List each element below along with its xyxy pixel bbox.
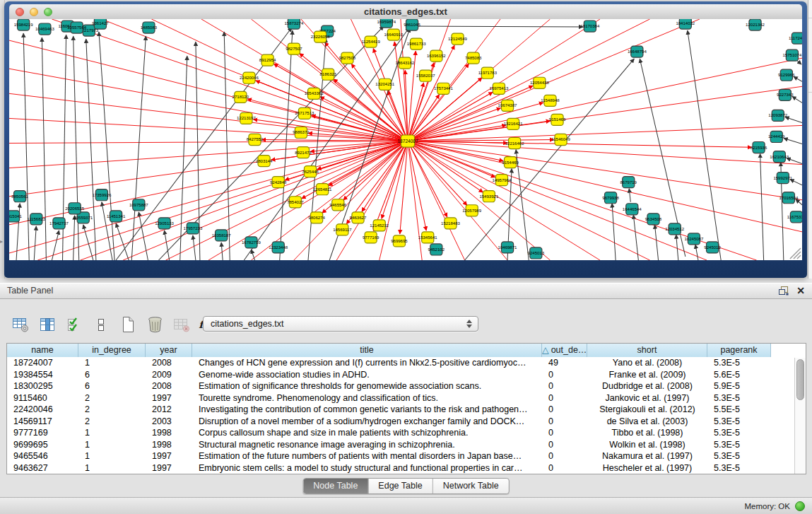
table-cell[interactable]: 6 <box>78 380 146 392</box>
graph-node[interactable]: 22420046 <box>240 72 259 83</box>
graph-node[interactable]: 8912954 <box>259 54 276 66</box>
table-cell[interactable]: 1 <box>78 439 146 451</box>
graph-node[interactable]: 12021342 <box>746 19 765 30</box>
table-row[interactable]: 969969511998Structural magnetic resonanc… <box>7 439 806 451</box>
table-cell[interactable]: 5.9E-5 <box>707 380 771 392</box>
graph-node[interactable]: 7854027 <box>287 197 304 208</box>
table-cell[interactable]: Changes of HCN gene expression and I(f) … <box>192 357 542 369</box>
table-cell[interactable]: 5.3E-5 <box>707 439 771 451</box>
graph-node[interactable]: 10674387 <box>498 100 517 111</box>
graph-node[interactable]: 15984219 <box>14 19 33 30</box>
table-cell[interactable]: 0 <box>542 462 587 474</box>
table-cell[interactable]: 0 <box>542 380 587 392</box>
column-header-year[interactable]: year <box>146 344 192 357</box>
table-cell[interactable]: Investigating the contribution of common… <box>192 404 542 416</box>
table-cell[interactable]: 6 <box>78 369 146 381</box>
table-cell[interactable]: 0 <box>542 439 587 451</box>
table-cell[interactable]: 5.6E-5 <box>707 369 771 381</box>
graph-node[interactable]: 9129966 <box>778 69 795 81</box>
graph-node[interactable]: 15873274 <box>284 19 303 29</box>
table-cell[interactable]: 19384554 <box>7 369 78 381</box>
graph-node[interactable]: 15751074 <box>782 49 801 61</box>
table-cell[interactable]: 9699695 <box>7 439 78 451</box>
table-cell[interactable]: 0 <box>542 427 587 439</box>
graph-node[interactable]: 8215936 <box>751 142 767 153</box>
table-cell[interactable]: 2008 <box>146 357 192 369</box>
delete-table-icon[interactable] <box>146 316 164 333</box>
table-row[interactable]: 977716911998Corpus callosum shape and si… <box>7 427 806 439</box>
table-cell[interactable]: 1998 <box>146 427 192 439</box>
table-cell[interactable]: Dudbridge et al. (2008) <box>587 380 707 392</box>
graph-node[interactable]: 9886372 <box>293 127 310 138</box>
table-cell[interactable]: Tibbo et al. (1998) <box>587 427 707 439</box>
graph-node[interactable]: 12034512 <box>665 223 684 235</box>
table-cell[interactable]: 2 <box>78 404 146 416</box>
graph-node[interactable]: 9806274 <box>308 212 325 223</box>
table-row[interactable]: 1938455462009Genome-wide association stu… <box>7 369 806 381</box>
table-row[interactable]: 2242004622012Investigating the contribut… <box>7 404 806 416</box>
graph-node[interactable]: 11172454 <box>789 33 802 44</box>
graph-node[interactable]: 26717513 <box>295 107 314 119</box>
table-cell[interactable]: Estimation of the future numbers of pati… <box>192 450 542 462</box>
graph-node[interactable]: 8186323 <box>319 69 336 80</box>
table-cell[interactable]: 0 <box>542 416 587 428</box>
graph-node[interactable]: 8850561 <box>11 191 28 202</box>
graph-node[interactable]: 14569117 <box>333 224 352 235</box>
table-cell[interactable]: 5.3E-5 <box>707 427 771 439</box>
graph-node[interactable]: 11675314 <box>787 211 802 223</box>
table-cell[interactable]: Yano et al. (2008) <box>587 357 707 369</box>
graph-node[interactable]: 9777169 <box>363 232 379 243</box>
table-cell[interactable]: Jankovic et al. (1997) <box>587 392 707 404</box>
graph-node[interactable]: 15493921 <box>479 191 498 202</box>
graph-node[interactable]: 16396152 <box>427 50 446 62</box>
table-cell[interactable]: Stergiakouli et al. (2012) <box>587 404 707 416</box>
graph-node[interactable]: 10975887 <box>129 199 148 211</box>
graph-node[interactable]: 9227343 <box>777 89 794 100</box>
graph-node[interactable]: 9634508 <box>645 214 662 225</box>
graph-node[interactable]: 10245087 <box>684 233 703 245</box>
graph-node[interactable]: 8921473 <box>295 147 312 158</box>
graph-node[interactable]: 12057989 <box>462 205 481 216</box>
graph-node[interactable]: 11548948 <box>541 95 560 106</box>
graph-node[interactable]: 9861045 <box>404 19 420 30</box>
graph-node[interactable]: 11156823 <box>27 214 46 225</box>
table-chooser-dropdown[interactable]: citations_edges.txt <box>203 316 478 332</box>
graph-node[interactable]: 15218483 <box>441 218 460 229</box>
table-cell[interactable]: 2008 <box>146 380 192 392</box>
table-cell[interactable]: 5.3E-5 <box>707 357 771 369</box>
table-cell[interactable]: 9777169 <box>7 427 78 439</box>
graph-node[interactable]: 12124549 <box>448 33 467 45</box>
graph-node[interactable]: 19861733 <box>407 38 426 49</box>
select-rows-icon[interactable] <box>65 316 83 333</box>
tab-node-table[interactable]: Node Table <box>303 479 367 493</box>
table-cell[interactable]: Nakamura et al. (1997) <box>587 450 707 462</box>
network-canvas[interactable]: 1598421910469463116064931221797314850831… <box>9 19 802 260</box>
graph-node[interactable]: 9151469 <box>549 114 566 125</box>
table-cell[interactable]: Structural magnetic resonance image aver… <box>192 439 542 451</box>
graph-node[interactable]: 16210643 <box>770 151 789 163</box>
table-cell[interactable]: 1997 <box>146 462 192 474</box>
graph-node[interactable]: 2718120 <box>233 91 249 103</box>
splitter-arrow-icon[interactable]: ▸ <box>0 239 3 245</box>
table-cell[interactable]: 49 <box>542 357 587 369</box>
graph-node[interactable]: 9452102 <box>428 244 445 255</box>
table-row[interactable]: 1456911722003Disruption of a novel membe… <box>7 416 806 428</box>
table-cell[interactable]: 9465546 <box>7 450 78 462</box>
graph-node[interactable]: 9245012 <box>704 242 721 253</box>
table-cell[interactable]: Corpus callosum shape and size in male p… <box>192 427 542 439</box>
graph-node[interactable]: 17957233 <box>183 223 202 234</box>
table-cell[interactable]: Disruption of a novel member of a sodium… <box>192 416 542 428</box>
table-cell[interactable]: 1 <box>78 450 146 462</box>
table-cell[interactable]: Embryonic stem cells: a model to study s… <box>192 462 542 474</box>
table-cell[interactable]: 22420046 <box>7 404 78 416</box>
graph-node[interactable]: 3915041 <box>9 211 22 222</box>
table-cell[interactable]: 18724007 <box>7 357 78 369</box>
graph-node[interactable]: 17359926 <box>93 189 112 201</box>
column-header-title[interactable]: title <box>192 344 542 357</box>
table-cell[interactable]: 1 <box>78 427 146 439</box>
table-row[interactable]: 946554611997Estimation of the future num… <box>7 450 806 462</box>
table-cell[interactable]: Hescheler et al. (1997) <box>587 462 707 474</box>
graph-node[interactable]: 16446544 <box>623 204 642 215</box>
column-header-pagerank[interactable]: pagerank <box>707 344 771 357</box>
table-cell[interactable]: 5.3E-5 <box>707 450 771 462</box>
